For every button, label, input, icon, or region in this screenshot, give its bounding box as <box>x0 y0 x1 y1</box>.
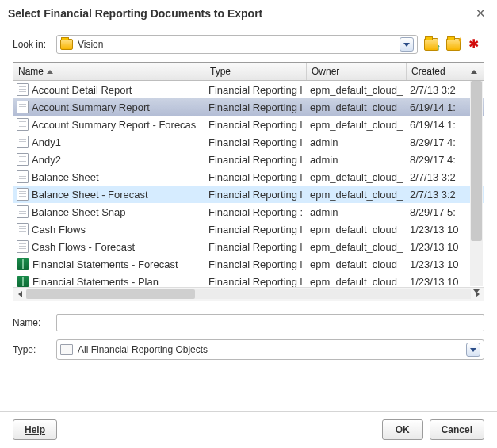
column-header-name-label: Name <box>18 66 44 77</box>
table-row[interactable]: Cash Flows - ForecastFinancial Reporting… <box>13 238 484 255</box>
column-header-created[interactable]: Created <box>407 63 465 80</box>
table-row[interactable]: Financial Statements - ForecastFinancial… <box>13 255 484 273</box>
new-folder-button[interactable] <box>445 36 462 53</box>
cell-name: Balance Sheet <box>13 170 205 183</box>
cell-type: Financial Reporting l <box>205 276 307 288</box>
table-row[interactable]: Cash FlowsFinancial Reporting lepm_defau… <box>13 220 484 238</box>
table-row[interactable]: Balance SheetFinancial Reporting lepm_de… <box>13 168 484 186</box>
file-name: Balance Sheet <box>32 171 99 183</box>
lookin-label: Look in: <box>13 39 56 50</box>
cell-type: Financial Reporting l <box>205 84 307 96</box>
document-icon <box>17 205 29 218</box>
grid-header: Name Type Owner Created <box>13 63 484 81</box>
cell-type: Financial Reporting : <box>205 206 307 218</box>
document-icon <box>17 188 29 201</box>
document-icon <box>17 170 29 183</box>
table-row[interactable]: Andy2Financial Reporting ladmin8/29/17 4… <box>13 151 484 168</box>
favorites-button[interactable] <box>467 36 484 53</box>
help-button[interactable]: Help <box>13 419 57 440</box>
horizontal-scroll-track[interactable] <box>26 289 471 299</box>
document-icon <box>17 223 29 235</box>
cell-type: Financial Reporting l <box>205 119 307 131</box>
cell-created: 1/23/13 10 <box>407 224 465 235</box>
column-header-name[interactable]: Name <box>13 63 205 80</box>
table-row[interactable]: Balance Sheet - ForecastFinancial Report… <box>13 186 484 203</box>
name-label: Name: <box>13 317 56 328</box>
folder-new-icon <box>446 38 461 51</box>
horizontal-scrollbar[interactable] <box>13 287 484 301</box>
table-row[interactable]: Balance Sheet SnapFinancial Reporting :a… <box>13 203 484 220</box>
type-select[interactable]: All Financial Reporting Objects <box>56 339 484 360</box>
dialog-footer: Help OK Cancel <box>0 411 497 448</box>
cell-created: 2/7/13 3:2 <box>407 171 465 183</box>
cell-type: Financial Reporting l <box>205 224 307 235</box>
cell-owner: admin <box>307 136 407 148</box>
document-icon <box>17 240 29 253</box>
cell-owner: admin <box>307 154 407 166</box>
chevron-down-icon[interactable] <box>400 37 414 52</box>
type-row: Type: All Financial Reporting Objects <box>13 339 484 360</box>
cell-created: 6/19/14 1: <box>407 101 465 113</box>
file-name: Balance Sheet Snap <box>32 206 126 218</box>
cell-created: 1/23/13 10 <box>407 241 465 253</box>
table-row[interactable]: Financial Statements - PlanFinancial Rep… <box>13 273 484 287</box>
document-icon <box>17 101 29 113</box>
chevron-down-icon[interactable] <box>466 343 480 357</box>
titlebar: Select Financial Reporting Documents to … <box>0 0 497 29</box>
cancel-button[interactable]: Cancel <box>430 419 484 440</box>
cell-name: Account Summary Report <box>13 101 205 113</box>
horizontal-scroll-thumb[interactable] <box>26 289 195 299</box>
cell-owner: epm_default_cloud_ <box>307 258 407 270</box>
cell-owner: epm_default_cloud_ <box>307 101 407 113</box>
vertical-scroll-thumb[interactable] <box>471 81 482 241</box>
file-name: Andy1 <box>32 136 61 148</box>
cell-name: Account Summary Report - Forecas <box>13 118 205 131</box>
cell-created: 6/19/14 1: <box>407 119 465 131</box>
cell-created: 8/29/17 4: <box>407 154 465 166</box>
cell-created: 8/29/17 5: <box>407 206 465 218</box>
close-icon[interactable]: ✕ <box>472 6 489 21</box>
scroll-left-arrow[interactable] <box>13 290 26 299</box>
cell-type: Financial Reporting l <box>205 258 307 270</box>
scroll-up-arrow[interactable] <box>465 63 483 80</box>
table-row[interactable]: Account Summary Report - ForecasFinancia… <box>13 116 484 133</box>
cell-name: Cash Flows - Forecast <box>13 240 205 253</box>
document-icon <box>17 136 29 148</box>
type-label: Type: <box>13 344 56 355</box>
name-input[interactable] <box>56 314 484 331</box>
table-row[interactable]: Account Summary ReportFinancial Reportin… <box>13 98 484 116</box>
table-row[interactable]: Andy1Financial Reporting ladmin8/29/17 4… <box>13 133 484 151</box>
file-name: Account Summary Report <box>32 101 150 113</box>
cell-owner: epm_default_cloud_ <box>307 119 407 131</box>
cell-created: 8/29/17 4: <box>407 136 465 148</box>
cell-owner: admin <box>307 206 407 218</box>
cell-created: 2/7/13 3:2 <box>407 84 465 96</box>
document-icon <box>17 153 29 166</box>
cell-owner: epm_default_cloud_ <box>307 189 407 201</box>
scroll-down-arrow[interactable] <box>470 285 483 297</box>
grid-body[interactable]: Account Detail ReportFinancial Reporting… <box>13 81 484 287</box>
type-value: All Financial Reporting Objects <box>78 344 208 355</box>
cell-type: Financial Reporting l <box>205 101 307 113</box>
sort-asc-icon <box>47 70 53 74</box>
book-icon <box>17 276 29 287</box>
lookin-select[interactable]: Vision <box>56 35 418 54</box>
vertical-scrollbar[interactable] <box>470 81 483 286</box>
cell-owner: epm_default_cloud_ <box>307 171 407 183</box>
folder-icon <box>60 39 73 50</box>
ok-button[interactable]: OK <box>382 419 423 440</box>
file-name: Andy2 <box>32 154 61 166</box>
cell-created: 1/23/13 10 <box>407 276 465 288</box>
up-one-level-button[interactable] <box>422 36 440 53</box>
column-header-owner[interactable]: Owner <box>307 63 407 80</box>
export-dialog: Select Financial Reporting Documents to … <box>0 0 497 448</box>
column-header-type[interactable]: Type <box>205 63 307 80</box>
objects-icon <box>60 344 73 355</box>
cell-created: 1/23/13 10 <box>407 258 465 270</box>
cell-type: Financial Reporting l <box>205 136 307 148</box>
document-icon <box>17 83 29 96</box>
lookin-row: Look in: Vision <box>13 35 484 54</box>
cell-name: Balance Sheet - Forecast <box>13 188 205 201</box>
table-row[interactable]: Account Detail ReportFinancial Reporting… <box>13 81 484 98</box>
folder-up-icon <box>424 38 438 51</box>
